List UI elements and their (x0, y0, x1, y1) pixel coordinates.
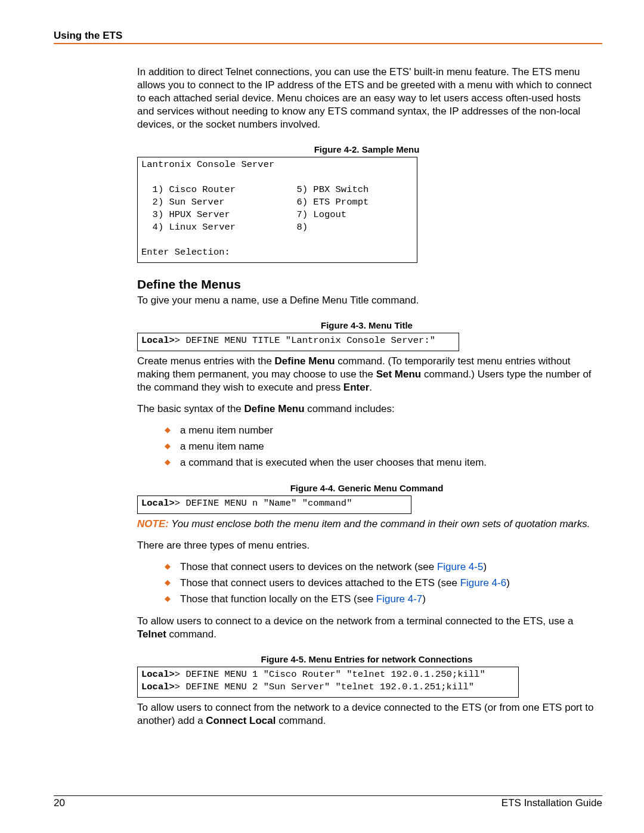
figure-4-5-box: Local>> DEFINE MENU 1 "Cisco Router" "te… (137, 667, 519, 698)
code-prompt: Local> (141, 498, 175, 509)
syntax-list: a menu item number a menu item name a co… (165, 424, 596, 470)
note-paragraph: NOTE: You must enclose both the menu ite… (137, 518, 596, 531)
code-line: 2) Sun Server 6) ETS Prompt (141, 197, 369, 208)
paragraph-title-cmd: To give your menu a name, use a Define M… (137, 294, 596, 307)
code-line: 4) Linux Server 8) (141, 222, 308, 233)
paragraph-intro: In addition to direct Telnet connections… (137, 66, 596, 131)
link-figure-4-5[interactable]: Figure 4-5 (437, 561, 483, 572)
figure-4-2-box: Lantronix Console Server 1) Cisco Router… (137, 157, 417, 262)
heading-define-menus: Define the Menus (137, 277, 596, 292)
figure-4-4-caption: Figure 4-4. Generic Menu Command (137, 483, 596, 493)
code-line: Lantronix Console Server (141, 159, 274, 170)
list-item: Those that connect users to devices on t… (165, 561, 596, 574)
page-footer: 20 ETS Installation Guide (54, 795, 602, 809)
page-header: Using the ETS (54, 30, 602, 44)
code-text: > DEFINE MENU TITLE "Lantronix Console S… (175, 335, 435, 346)
list-item: a menu item name (165, 440, 596, 454)
code-text: > DEFINE MENU 2 "Sun Server" "telnet 192… (175, 682, 474, 692)
paragraph-connect-local: To allow users to connect from the netwo… (137, 701, 596, 727)
figure-4-2-caption: Figure 4-2. Sample Menu (137, 144, 596, 154)
figure-4-3-box: Local>> DEFINE MENU TITLE "Lantronix Con… (137, 333, 459, 351)
code-text: > DEFINE MENU 1 "Cisco Router" "telnet 1… (175, 669, 485, 680)
code-text: > DEFINE MENU n "Name" "command" (175, 498, 352, 509)
figure-4-5-caption: Figure 4-5. Menu Entries for network Con… (137, 654, 596, 664)
content-area: In addition to direct Telnet connections… (137, 66, 596, 727)
figure-4-3-caption: Figure 4-3. Menu Title (137, 320, 596, 330)
figure-4-4-box: Local>> DEFINE MENU n "Name" "command" (137, 496, 411, 514)
paragraph-three-types: There are three types of menu entries. (137, 539, 596, 552)
list-item: Those that connect users to devices atta… (165, 577, 596, 590)
code-line: Enter Selection: (141, 247, 230, 258)
paragraph-syntax: The basic syntax of the Define Menu comm… (137, 402, 596, 416)
list-item: a command that is executed when the user… (165, 456, 596, 470)
doc-title: ETS Installation Guide (501, 797, 602, 809)
link-figure-4-7[interactable]: Figure 4-7 (376, 593, 422, 605)
code-prompt: Local> (141, 335, 175, 346)
code-prompt: Local> (141, 669, 175, 680)
note-body: You must enclose both the menu item and … (169, 518, 590, 529)
paragraph-telnet: To allow users to connect to a device on… (137, 615, 596, 641)
types-list: Those that connect users to devices on t… (165, 561, 596, 606)
paragraph-define-menu: Create menus entries with the Define Men… (137, 355, 596, 394)
page-number: 20 (54, 797, 65, 809)
link-figure-4-6[interactable]: Figure 4-6 (460, 577, 506, 589)
note-label: NOTE: (137, 518, 169, 529)
code-line: 3) HPUX Server 7) Logout (141, 209, 346, 220)
list-item: a menu item number (165, 424, 596, 438)
list-item: Those that function locally on the ETS (… (165, 593, 596, 606)
code-prompt: Local> (141, 682, 175, 692)
header-title: Using the ETS (54, 30, 122, 41)
code-line: 1) Cisco Router 5) PBX Switch (141, 184, 369, 195)
